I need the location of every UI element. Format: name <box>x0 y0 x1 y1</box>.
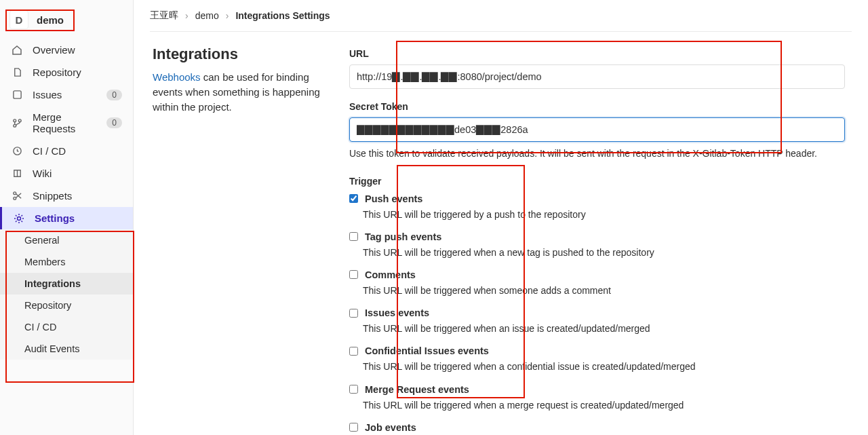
sidebar-item-label: Wiki <box>33 168 122 179</box>
url-label: URL <box>349 48 845 59</box>
trigger-title[interactable]: Tag push events <box>365 231 441 242</box>
scissors-icon <box>11 191 23 201</box>
subnav-audit-events[interactable]: Audit Events <box>0 338 133 360</box>
breadcrumb-user[interactable]: 王亚晖 <box>150 10 178 22</box>
project-avatar: D <box>9 10 28 29</box>
chevron-right-icon: › <box>185 10 189 21</box>
issues-count: 0 <box>106 90 122 100</box>
subnav-members[interactable]: Members <box>0 251 133 273</box>
trigger-item: Issues eventsThis URL will be triggered … <box>349 307 845 335</box>
breadcrumb-project[interactable]: demo <box>195 10 219 21</box>
trigger-item: Tag push eventsThis URL will be triggere… <box>349 231 845 259</box>
trigger-title[interactable]: Issues events <box>365 307 429 318</box>
trigger-title[interactable]: Push events <box>365 193 422 204</box>
trigger-desc: This URL will be triggered when a confid… <box>363 360 845 373</box>
trigger-desc: This URL will be triggered when a merge … <box>363 399 845 411</box>
settings-subnav: General Members Integrations Repository … <box>0 229 133 360</box>
chevron-right-icon: › <box>226 10 229 21</box>
trigger-title[interactable]: Confidential Issues events <box>365 345 489 356</box>
url-input[interactable] <box>349 64 845 89</box>
file-icon <box>11 67 23 77</box>
trigger-desc: This URL will be triggered when someone … <box>363 284 845 297</box>
sidebar-item-snippets[interactable]: Snippets <box>0 185 133 207</box>
mr-count: 0 <box>106 117 122 128</box>
sidebar-item-label: Snippets <box>33 190 122 202</box>
trigger-checkbox[interactable] <box>349 385 358 394</box>
main-content: 王亚晖 › demo › Integrations Settings Integ… <box>134 0 868 435</box>
sidebar-item-label: Settings <box>35 212 122 224</box>
trigger-desc: This URL will be triggered when an issue… <box>363 322 845 335</box>
trigger-item: CommentsThis URL will be triggered when … <box>349 269 845 297</box>
secret-token-help: Use this token to validate received payl… <box>349 147 845 161</box>
trigger-checkbox[interactable] <box>349 270 358 279</box>
page-title: Integrations <box>153 45 329 63</box>
trigger-title[interactable]: Merge Request events <box>365 384 469 395</box>
trigger-item: Job eventsThis URL will be triggered whe… <box>349 422 845 435</box>
sidebar-item-overview[interactable]: Overview <box>0 39 133 61</box>
svg-point-1 <box>13 119 16 121</box>
trigger-checkbox[interactable] <box>349 309 358 318</box>
sidebar-item-repository[interactable]: Repository <box>0 61 133 83</box>
subnav-integrations[interactable]: Integrations <box>0 273 133 295</box>
trigger-desc: This URL will be triggered by a push to … <box>363 208 845 221</box>
sidebar-item-wiki[interactable]: Wiki <box>0 162 133 185</box>
intro-text: Webhooks can be used for binding events … <box>153 70 329 114</box>
svg-point-5 <box>13 197 16 200</box>
breadcrumb: 王亚晖 › demo › Integrations Settings <box>150 10 852 32</box>
trigger-checkbox[interactable] <box>349 232 358 241</box>
trigger-checkbox[interactable] <box>349 347 358 356</box>
secret-token-label: Secret Token <box>349 101 845 112</box>
gear-icon <box>13 213 25 224</box>
project-header[interactable]: D demo <box>7 10 126 29</box>
sidebar-item-label: Issues <box>33 89 97 100</box>
secret-token-input[interactable] <box>349 117 845 142</box>
subnav-general[interactable]: General <box>0 229 133 251</box>
sidebar-item-settings[interactable]: Settings <box>0 207 133 229</box>
project-name: demo <box>37 14 64 26</box>
svg-point-7 <box>18 216 21 220</box>
sidebar-item-label: CI / CD <box>33 145 122 157</box>
issues-icon <box>11 90 23 100</box>
trigger-title[interactable]: Comments <box>365 269 416 280</box>
sidebar-item-merge-requests[interactable]: Merge Requests 0 <box>0 106 133 140</box>
sidebar-item-label: Repository <box>33 67 122 78</box>
trigger-desc: This URL will be triggered when a new ta… <box>363 246 845 259</box>
trigger-item: Confidential Issues eventsThis URL will … <box>349 345 845 373</box>
breadcrumb-page: Integrations Settings <box>235 10 330 21</box>
subnav-cicd[interactable]: CI / CD <box>0 316 133 338</box>
trigger-label: Trigger <box>349 176 845 187</box>
svg-point-6 <box>13 192 16 195</box>
trigger-item: Push eventsThis URL will be triggered by… <box>349 193 845 221</box>
sidebar-item-issues[interactable]: Issues 0 <box>0 83 133 106</box>
subnav-repository[interactable]: Repository <box>0 295 133 316</box>
trigger-checkbox[interactable] <box>349 423 358 432</box>
sidebar-item-cicd[interactable]: CI / CD <box>0 140 133 162</box>
trigger-checkbox[interactable] <box>349 194 358 203</box>
book-icon <box>11 168 23 178</box>
webhooks-link[interactable]: Webhooks <box>153 71 201 83</box>
svg-rect-0 <box>13 91 20 98</box>
cicd-icon <box>11 146 23 156</box>
sidebar-item-label: Merge Requests <box>33 111 97 134</box>
trigger-item: Merge Request eventsThis URL will be tri… <box>349 384 845 411</box>
trigger-title[interactable]: Job events <box>365 422 416 433</box>
merge-icon <box>11 118 23 128</box>
home-icon <box>11 45 23 56</box>
sidebar: D demo Overview Repository Issues 0 Merg… <box>0 0 134 435</box>
sidebar-item-label: Overview <box>33 44 122 56</box>
svg-point-3 <box>18 119 21 121</box>
